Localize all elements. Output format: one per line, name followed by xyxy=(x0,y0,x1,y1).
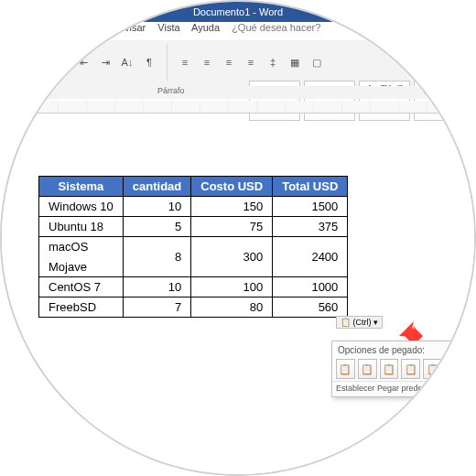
data-table[interactable]: Sistema cantidad Costo USD Total USD Win… xyxy=(38,176,348,318)
shading-icon[interactable]: ▦ xyxy=(287,54,303,70)
header-total[interactable]: Total USD xyxy=(273,177,348,197)
paste-ctrl-button[interactable]: 📋 (Ctrl) ▾ xyxy=(336,316,383,329)
paste-link-icon[interactable]: 📋 xyxy=(423,359,442,379)
paste-text-only-icon[interactable]: 📄 xyxy=(445,359,464,379)
separator xyxy=(167,44,168,81)
table-row: CentOS 7 10 100 1000 xyxy=(39,277,348,298)
paste-options-popup: 📋 (Ctrl) ▾ Opciones de pegado: 📋 📋 📋 📋 📋… xyxy=(331,341,469,397)
header-sistema[interactable]: Sistema xyxy=(39,177,124,197)
sort-icon[interactable]: A↓ xyxy=(119,54,135,70)
tab-ayuda[interactable]: Ayuda xyxy=(191,22,220,33)
window-title: Documento1 - Word xyxy=(193,2,283,22)
show-marks-icon[interactable]: ¶ xyxy=(141,54,157,70)
align-left-icon[interactable]: ≡ xyxy=(177,54,193,70)
line-spacing-icon[interactable]: ‡ xyxy=(265,54,281,70)
paste-set-default[interactable]: Establecer Pegar predeterm xyxy=(332,381,468,396)
align-center-icon[interactable]: ≡ xyxy=(199,54,215,70)
ribbon-group-labels: Párrafo Esti xyxy=(2,86,474,99)
multilevel-icon[interactable]: ☰ xyxy=(53,54,70,70)
tab-revisar[interactable]: Revisar xyxy=(112,22,146,33)
align-right-icon[interactable]: ≡ xyxy=(221,54,237,70)
tell-me-search[interactable]: ¿Qué desea hacer? xyxy=(232,22,320,33)
borders-icon[interactable]: ▢ xyxy=(308,54,325,70)
header-costo[interactable]: Costo USD xyxy=(191,177,273,197)
numbering-icon[interactable]: ≡ xyxy=(31,54,48,70)
document-page: Sistema cantidad Costo USD Total USD Win… xyxy=(2,121,474,474)
annotation-arrow xyxy=(386,308,423,345)
title-bar: Documento1 - Word xyxy=(2,2,474,22)
group-styles-label: Esti xyxy=(442,86,456,95)
table-row: macOS 8 300 2400 xyxy=(39,237,348,257)
table-row: FreebSD 7 80 560 xyxy=(39,298,348,318)
table-row: Ubuntu 18 5 75 375 xyxy=(39,217,348,237)
paste-options-title: Opciones de pegado: xyxy=(332,341,468,357)
paste-keep-source-icon[interactable]: 📋 xyxy=(336,359,355,379)
table-row: Windows 10 10 150 1500 xyxy=(39,197,348,217)
decrease-indent-icon[interactable]: ⇤ xyxy=(75,54,92,70)
group-paragraph-label: Párrafo xyxy=(157,86,185,95)
paste-options-icons: 📋 📋 📋 📋 📋 📄 xyxy=(332,357,468,381)
ribbon-tabs: Revisar Vista Ayuda ¿Qué desea hacer? xyxy=(112,22,438,40)
paste-merge-icon[interactable]: 📋 xyxy=(358,359,377,379)
header-cantidad[interactable]: cantidad xyxy=(123,177,190,197)
paste-keep-text-icon[interactable]: 📋 xyxy=(401,359,420,379)
tab-vista[interactable]: Vista xyxy=(157,22,179,33)
increase-indent-icon[interactable]: ⇥ xyxy=(97,54,114,70)
horizontal-ruler[interactable] xyxy=(2,101,474,114)
bullets-icon[interactable]: ≣ xyxy=(9,54,26,70)
paste-picture-icon[interactable]: 📋 xyxy=(380,359,399,379)
justify-icon[interactable]: ≡ xyxy=(243,54,259,70)
table-header-row: Sistema cantidad Costo USD Total USD xyxy=(39,177,348,197)
